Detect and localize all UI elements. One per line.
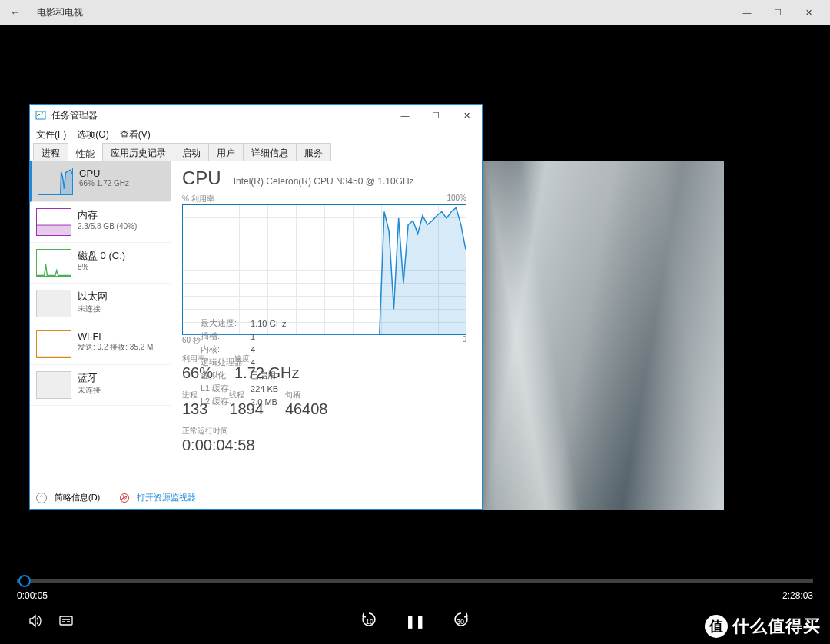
tmgr-close-button[interactable]: ✕ [451,105,482,126]
tab-services[interactable]: 服务 [296,143,331,161]
cpu-model: Intel(R) Celeron(R) CPU N3450 @ 1.10GHz [234,176,414,187]
fewer-details-link[interactable]: 简略信息(D) [55,492,100,503]
tmgr-minimize-button[interactable]: — [390,105,420,126]
mtv-titlebar: ← 电影和电视 — ☐ ✕ [0,0,830,25]
memory-thumb-icon [36,208,71,236]
tab-processes[interactable]: 进程 [33,143,68,161]
time-current: 0:00:05 [17,590,48,601]
timeline-knob[interactable] [18,575,31,587]
perf-sidebar: CPU66% 1.72 GHz 内存2.3/5.8 GB (40%) 磁盘 0 … [30,161,171,486]
volume-button[interactable] [20,606,51,636]
chart-x-right: 0 [462,335,466,346]
back-button[interactable]: ← [6,6,25,18]
time-total: 2:28:03 [782,590,813,601]
info-sockets: 1 [251,330,286,342]
cpu-heading: CPU [182,168,221,189]
ethernet-thumb-icon [36,290,71,317]
info-logical-processors: 4 [251,357,286,368]
bluetooth-thumb-icon [36,371,71,399]
timeline[interactable] [17,579,813,583]
svg-rect-2 [37,225,71,235]
tab-startup[interactable]: 启动 [174,143,209,161]
chart-x-left: 60 秒 [182,335,201,346]
app-title: 电影和电视 [37,6,83,19]
info-maxspeed: 1.10 GHz [251,317,286,329]
sidebar-item-bluetooth[interactable]: 蓝牙未连接 [30,365,171,406]
close-button[interactable]: ✕ [793,0,824,25]
sidebar-item-ethernet[interactable]: 以太网未连接 [30,284,171,324]
info-l2-cache: 2.0 MB [251,396,286,407]
tmgr-icon [35,109,47,121]
tmgr-menu: 文件(F) 选项(O) 查看(V) [30,126,482,143]
cpu-info-table: 最大速度:1.10 GHz 插槽:1 内核:4 逻辑处理器:4 虚拟化:已启用 … [199,316,288,409]
tmgr-footer: ⌃ 简略信息(D) ↻ 打开资源监视器 [30,486,482,509]
menu-view[interactable]: 查看(V) [120,128,151,141]
tab-app-history[interactable]: 应用历史记录 [102,143,174,161]
tmgr-maximize-button[interactable]: ☐ [420,105,451,126]
skip-forward-button[interactable]: 30 [446,606,476,636]
menu-options[interactable]: 选项(O) [77,128,108,141]
chart-y-max: 100% [447,194,466,204]
watermark-text: 什么值得买 [732,615,821,638]
stat-uptime: 0:00:04:58 [182,437,471,454]
maximize-button[interactable]: ☐ [762,0,793,25]
resmon-icon: ↻ [120,493,129,503]
task-manager-window: 任务管理器 — ☐ ✕ 文件(F) 选项(O) 查看(V) 进程 性能 应用历史… [29,104,483,510]
tmgr-titlebar[interactable]: 任务管理器 — ☐ ✕ [30,105,482,126]
minimize-button[interactable]: — [732,0,762,25]
tab-details[interactable]: 详细信息 [243,143,297,161]
perf-main: CPU Intel(R) Celeron(R) CPU N3450 @ 1.10… [171,161,482,486]
chart-y-label: % 利用率 [182,194,214,204]
skip-back-button[interactable]: 10 [354,606,384,636]
sidebar-item-wifi[interactable]: Wi-Fi发送: 0.2 接收: 35.2 M [30,324,171,365]
info-l1-cache: 224 KB [251,383,286,394]
tab-users[interactable]: 用户 [208,143,244,161]
sidebar-item-cpu[interactable]: CPU66% 1.72 GHz [30,161,171,202]
info-virtualization: 已启用 [251,370,286,381]
wifi-thumb-icon [36,330,71,358]
tmgr-tabs: 进程 性能 应用历史记录 启动 用户 详细信息 服务 [30,143,482,161]
watermark: 值 什么值得买 [705,615,821,638]
svg-rect-0 [60,616,72,625]
sidebar-item-disk[interactable]: 磁盘 0 (C:)8% [30,243,171,284]
info-cores: 4 [251,344,286,355]
subtitles-button[interactable] [51,606,81,636]
sidebar-item-memory[interactable]: 内存2.3/5.8 GB (40%) [30,202,171,243]
tmgr-title-text: 任务管理器 [51,109,98,122]
menu-file[interactable]: 文件(F) [36,128,66,141]
disk-thumb-icon [36,249,71,277]
chevron-up-icon[interactable]: ⌃ [36,493,47,503]
tab-performance[interactable]: 性能 [68,144,103,161]
pause-button[interactable]: ❚❚ [400,606,430,636]
stat-handles: 46408 [285,400,328,418]
cpu-thumb-icon [38,168,73,195]
watermark-icon: 值 [705,615,728,638]
open-resmon-link[interactable]: 打开资源监视器 [137,492,196,503]
